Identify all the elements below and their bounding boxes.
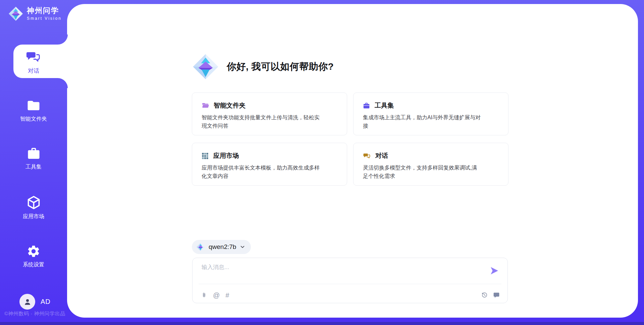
card-title: 智能文件夹 (214, 101, 246, 110)
send-icon[interactable] (490, 266, 499, 275)
sidebar-item-app-market[interactable]: 应用市场 (0, 195, 67, 220)
sidebar-item-app-market-label: 应用市场 (0, 213, 67, 220)
cube-icon (26, 195, 41, 210)
chat-template-icon[interactable] (493, 292, 500, 299)
message-composer[interactable]: 输入消息... @ # (192, 258, 508, 303)
sidebar-item-chat-label[interactable]: 对话 (13, 67, 54, 75)
card-smart-folder[interactable]: 智能文件夹 智能文件夹功能支持批量文件上传与清洗，轻松实现文件问答 (192, 92, 347, 135)
copyright: ©神州数码 · 神州问学出品 (4, 311, 65, 317)
composer-tools-right (481, 291, 500, 299)
sidebar-item-toolset-label: 工具集 (0, 164, 67, 171)
model-logo-icon (196, 243, 205, 251)
person-icon (23, 297, 32, 307)
gear-icon (26, 244, 41, 258)
card-description: 灵活切换多模型文件，支持多样回复效果调试,满足个性化需求 (363, 164, 481, 181)
message-input[interactable]: 输入消息... (202, 263, 229, 271)
history-icon[interactable] (481, 291, 488, 299)
composer-divider (199, 284, 501, 284)
mention-icon[interactable]: @ (213, 292, 220, 299)
card-description: 智能文件夹功能支持批量文件上传与清洗，轻松实现文件问答 (202, 114, 320, 130)
app-logo-icon (192, 53, 219, 80)
hash-icon[interactable]: # (225, 292, 229, 299)
window-bottom-strip (0, 322, 644, 325)
user-profile[interactable]: AD (19, 294, 51, 310)
sidebar-item-toolset[interactable]: 工具集 (0, 147, 67, 171)
brand-name: 神州问学 (27, 7, 62, 15)
chat-icon (25, 49, 41, 65)
card-description: 集成市场上主流工具，助力AI与外界无缝扩展与对接 (363, 114, 481, 130)
avatar (19, 294, 35, 310)
briefcase-icon (27, 147, 41, 160)
card-title: 应用市场 (213, 151, 239, 160)
sidebar-item-smart-folder[interactable]: 智能文件夹 (0, 99, 67, 123)
card-description: 应用市场提供丰富长文本模板，助力高效生成多样化文章内容 (202, 164, 320, 181)
model-name: qwen2:7b (209, 243, 236, 251)
grid-icon (202, 152, 209, 159)
briefcase-icon (363, 102, 370, 109)
folder-open-icon (202, 102, 209, 109)
brand: 神州问学 Smart Vision (8, 6, 62, 21)
greeting-text: 你好, 我可以如何帮助你? (227, 60, 334, 73)
sidebar-item-settings[interactable]: 系统设置 (0, 244, 67, 268)
chat-icon (363, 152, 371, 160)
folder-icon (26, 99, 41, 113)
user-initials: AD (41, 298, 51, 306)
brand-logo-icon (8, 6, 23, 21)
sidebar-item-smart-folder-label: 智能文件夹 (0, 116, 67, 123)
feature-cards: 智能文件夹 智能文件夹功能支持批量文件上传与清洗，轻松实现文件问答 工具集 集成… (192, 92, 508, 186)
composer-tools-left: @ # (201, 291, 229, 299)
card-title: 对话 (375, 151, 388, 160)
sidebar-item-settings-label: 系统设置 (0, 261, 67, 268)
model-selector[interactable]: qwen2:7b (192, 240, 251, 254)
card-title: 工具集 (375, 101, 394, 110)
welcome-header: 你好, 我可以如何帮助你? (192, 53, 334, 80)
card-chat[interactable]: 对话 灵活切换多模型文件，支持多样回复效果调试,满足个性化需求 (353, 143, 508, 186)
brand-subtitle: Smart Vision (27, 16, 62, 21)
chevron-down-icon (240, 244, 245, 250)
card-app-market[interactable]: 应用市场 应用市场提供丰富长文本模板，助力高效生成多样化文章内容 (192, 143, 347, 186)
paperclip-icon[interactable] (201, 291, 207, 299)
card-toolset[interactable]: 工具集 集成市场上主流工具，助力AI与外界无缝扩展与对接 (353, 92, 508, 135)
